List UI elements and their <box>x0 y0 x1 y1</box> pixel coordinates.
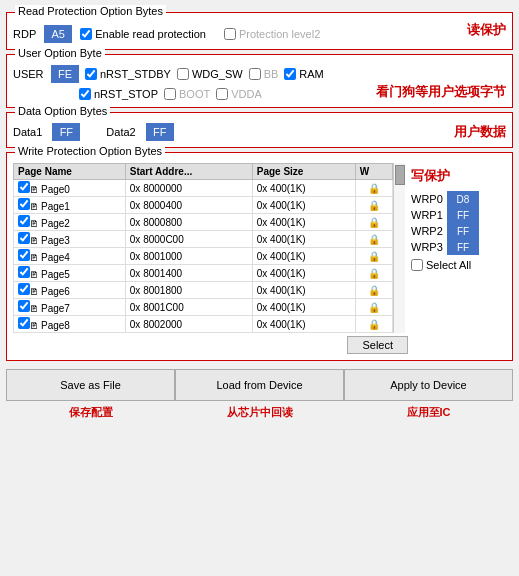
wdg-sw-checkbox[interactable] <box>177 68 189 80</box>
protection-level2-checkbox[interactable] <box>224 28 236 40</box>
lock-icon: 🔒 <box>368 285 380 296</box>
col-start-addr: Start Addre... <box>125 164 252 180</box>
read-protection-cn-note: 读保护 <box>467 21 506 39</box>
data-option-section: Data Option Bytes Data1 FF Data2 FF 用户数据 <box>6 112 513 148</box>
cell-lock: 🔒 <box>355 265 392 282</box>
select-button[interactable]: Select <box>347 336 408 354</box>
scrollbar[interactable] <box>393 163 405 333</box>
cell-page-name[interactable]: 🖹Page6 <box>14 282 126 299</box>
wrp-field-row: WRP1FF <box>411 207 506 223</box>
row-checkbox[interactable] <box>18 300 30 312</box>
wdg-sw-check[interactable]: WDG_SW <box>177 68 243 80</box>
cell-page-name[interactable]: 🖹Page4 <box>14 248 126 265</box>
boot-checkbox[interactable] <box>164 88 176 100</box>
enable-read-protection-check[interactable]: Enable read protection <box>80 28 206 40</box>
cell-page-name[interactable]: 🖹Page2 <box>14 214 126 231</box>
table-row: 🖹Page00x 80000000x 400(1K)🔒 <box>14 180 393 197</box>
cell-start-addr: 0x 8002000 <box>125 316 252 333</box>
cell-start-addr: 0x 8001C00 <box>125 299 252 316</box>
cell-start-addr: 0x 8000800 <box>125 214 252 231</box>
wrp-label: WRP3 <box>411 241 443 253</box>
ram-checkbox[interactable] <box>284 68 296 80</box>
cell-page-name[interactable]: 🖹Page3 <box>14 231 126 248</box>
protection-level2-text: Protection level2 <box>239 28 320 40</box>
row-checkbox[interactable] <box>18 249 30 261</box>
cell-page-name[interactable]: 🖹Page1 <box>14 197 126 214</box>
row-checkbox[interactable] <box>18 266 30 278</box>
cell-page-name[interactable]: 🖹Page8 <box>14 316 126 333</box>
save-file-button[interactable]: Save as File <box>6 369 175 401</box>
ram-text: RAM <box>299 68 323 80</box>
bb-check[interactable]: BB <box>249 68 279 80</box>
cell-page-size: 0x 400(1K) <box>252 265 355 282</box>
select-area: Select <box>13 336 506 354</box>
table-row: 🖹Page80x 80020000x 400(1K)🔒 <box>14 316 393 333</box>
nrst-stop-checkbox[interactable] <box>79 88 91 100</box>
wrp-value[interactable]: FF <box>447 239 479 255</box>
user-value[interactable]: FE <box>51 65 79 83</box>
boot-text: BOOT <box>179 88 210 100</box>
wrp-value[interactable]: FF <box>447 207 479 223</box>
boot-check[interactable]: BOOT <box>164 88 210 100</box>
lock-icon: 🔒 <box>368 200 380 211</box>
cell-start-addr: 0x 8001800 <box>125 282 252 299</box>
lock-icon: 🔒 <box>368 319 380 330</box>
cell-page-size: 0x 400(1K) <box>252 282 355 299</box>
wrp-fields: WRP0D8WRP1FFWRP2FFWRP3FF <box>411 191 506 255</box>
cell-page-name[interactable]: 🖹Page5 <box>14 265 126 282</box>
wrp-label: WRP1 <box>411 209 443 221</box>
nrst-stdby-checkbox[interactable] <box>85 68 97 80</box>
load-device-button[interactable]: Load from Device <box>175 369 344 401</box>
write-right-area: 写保护 WRP0D8WRP1FFWRP2FFWRP3FF Select All <box>411 163 506 333</box>
col-page-size: Page Size <box>252 164 355 180</box>
vdda-check[interactable]: VDDA <box>216 88 262 100</box>
row-checkbox[interactable] <box>18 181 30 193</box>
apply-note: 应用至IC <box>344 405 513 420</box>
protection-level2-check[interactable]: Protection level2 <box>224 28 320 40</box>
user-option-cn-note: 看门狗等用户选项字节 <box>376 83 506 101</box>
wrp-value[interactable]: FF <box>447 223 479 239</box>
table-row: 🖹Page70x 8001C000x 400(1K)🔒 <box>14 299 393 316</box>
cell-lock: 🔒 <box>355 180 392 197</box>
data2-value[interactable]: FF <box>146 123 174 141</box>
ram-check[interactable]: RAM <box>284 68 323 80</box>
wrp-value[interactable]: D8 <box>447 191 479 207</box>
row-checkbox[interactable] <box>18 215 30 227</box>
user-option-label: User Option Byte <box>15 47 105 59</box>
write-protection-cn-note: 写保护 <box>411 167 506 185</box>
lock-icon: 🔒 <box>368 183 380 194</box>
bottom-buttons: Save as File Load from Device Apply to D… <box>6 369 513 401</box>
table-row: 🖹Page60x 80018000x 400(1K)🔒 <box>14 282 393 299</box>
load-note: 从芯片中回读 <box>175 405 344 420</box>
save-note: 保存配置 <box>6 405 175 420</box>
wrp-field-row: WRP2FF <box>411 223 506 239</box>
row-checkbox[interactable] <box>18 232 30 244</box>
cell-page-size: 0x 400(1K) <box>252 214 355 231</box>
apply-device-button[interactable]: Apply to Device <box>344 369 513 401</box>
row-checkbox[interactable] <box>18 283 30 295</box>
col-page-name: Page Name <box>14 164 126 180</box>
nrst-stop-check[interactable]: nRST_STOP <box>79 88 158 100</box>
row-checkbox[interactable] <box>18 317 30 329</box>
cell-lock: 🔒 <box>355 282 392 299</box>
nrst-stdby-check[interactable]: nRST_STDBY <box>85 68 171 80</box>
cell-page-name[interactable]: 🖹Page7 <box>14 299 126 316</box>
cell-page-name[interactable]: 🖹Page0 <box>14 180 126 197</box>
bb-checkbox[interactable] <box>249 68 261 80</box>
lock-icon: 🔒 <box>368 268 380 279</box>
table-row: 🖹Page20x 80008000x 400(1K)🔒 <box>14 214 393 231</box>
col-w: W <box>355 164 392 180</box>
cell-start-addr: 0x 8001400 <box>125 265 252 282</box>
scroll-thumb[interactable] <box>395 165 405 185</box>
lock-icon: 🔒 <box>368 234 380 245</box>
vdda-checkbox[interactable] <box>216 88 228 100</box>
cell-lock: 🔒 <box>355 248 392 265</box>
enable-read-protection-checkbox[interactable] <box>80 28 92 40</box>
select-all-row[interactable]: Select All <box>411 259 506 271</box>
rdp-value[interactable]: A5 <box>44 25 72 43</box>
nrst-stdby-text: nRST_STDBY <box>100 68 171 80</box>
row-checkbox[interactable] <box>18 198 30 210</box>
cell-lock: 🔒 <box>355 316 392 333</box>
select-all-checkbox[interactable] <box>411 259 423 271</box>
data1-value[interactable]: FF <box>52 123 80 141</box>
